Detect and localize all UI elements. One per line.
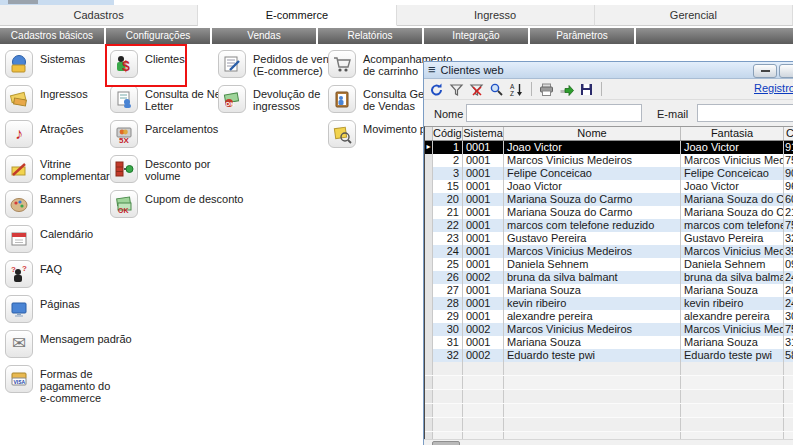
cell-codigo[interactable]: 27	[433, 284, 463, 297]
cell-sistema[interactable]: 0001	[463, 245, 504, 258]
menu-item-calendario[interactable]: Calendário	[5, 225, 132, 260]
window-titlebar[interactable]: ≡ Clientes web	[424, 62, 793, 79]
row-selector-gutter[interactable]	[425, 349, 433, 362]
row-selector-gutter[interactable]	[425, 284, 433, 297]
subtab-cadastros-basicos[interactable]: Cadastros básicos	[0, 28, 104, 44]
cell-cpf[interactable]: 75	[784, 219, 793, 232]
cell-fantasia[interactable]	[681, 362, 784, 375]
cell-nome[interactable]: Mariana Souza do Carmo	[504, 206, 681, 219]
table-row[interactable]: 28 0001 kevin ribeiro kevin ribeiro 24	[425, 297, 793, 310]
cell-sistema[interactable]: 0001	[463, 141, 504, 154]
cell-codigo[interactable]: 28	[433, 297, 463, 310]
row-selector-gutter[interactable]	[425, 232, 433, 245]
cell-cpf[interactable]	[784, 376, 793, 389]
subtab-vendas[interactable]: Vendas	[212, 28, 316, 44]
table-row[interactable]: 32 0002 Eduardo teste pwi Eduardo teste …	[425, 349, 793, 362]
table-row[interactable]: 20 0001 Mariana Souza do Carmo Mariana S…	[425, 193, 793, 206]
subtab-parametros[interactable]: Parâmetros	[530, 28, 634, 44]
table-row[interactable]: 24 0001 Marcos Vinicius Medeiros Marcos …	[425, 245, 793, 258]
table-row[interactable]: 25 0001 Daniela Sehnem Daniela Sehnem 09	[425, 258, 793, 271]
row-selector-gutter[interactable]	[425, 258, 433, 271]
cell-fantasia[interactable]: Joao Victor	[681, 141, 784, 154]
cell-codigo[interactable]: 21	[433, 206, 463, 219]
cell-nome[interactable]: Felipe Conceicao	[504, 167, 681, 180]
cell-sistema[interactable]: 0001	[463, 167, 504, 180]
menu-item-formas-pagamento[interactable]: VISA Formas de pagamento do e-commerce	[5, 365, 132, 400]
cell-sistema[interactable]: 0001	[463, 180, 504, 193]
row-selector-gutter[interactable]	[425, 432, 433, 439]
cell-sistema[interactable]: 0001	[463, 219, 504, 232]
cell-nome[interactable]: Eduardo teste pwi	[504, 349, 681, 362]
cell-nome[interactable]: Joao Victor	[504, 141, 681, 154]
cell-sistema[interactable]	[463, 376, 504, 389]
cell-nome[interactable]: Joao Victor	[504, 180, 681, 193]
cell-nome[interactable]	[504, 376, 681, 389]
cell-fantasia[interactable]: Felipe Conceicao	[681, 167, 784, 180]
grid-header-sistema[interactable]: Sistema	[463, 127, 504, 140]
cell-codigo[interactable]: 32	[433, 349, 463, 362]
cell-sistema[interactable]	[463, 404, 504, 417]
table-row[interactable]: 23 0001 Gustavo Pereira Gustavo Pereira …	[425, 232, 793, 245]
row-selector-gutter[interactable]	[425, 193, 433, 206]
cell-fantasia[interactable]: Eduardo teste pwi	[681, 349, 784, 362]
cell-cpf[interactable]	[784, 362, 793, 375]
cell-codigo[interactable]	[433, 432, 463, 439]
cell-codigo[interactable]: 3	[433, 167, 463, 180]
cell-fantasia[interactable]: kevin ribeiro	[681, 297, 784, 310]
cell-fantasia[interactable]: Joao Victor	[681, 180, 784, 193]
menu-item-parcelamentos[interactable]: 5X Parcelamentos	[110, 120, 243, 155]
cell-sistema[interactable]	[463, 432, 504, 439]
cell-nome[interactable]: Marcos Vinicius Medeiros	[504, 323, 681, 336]
cell-cpf[interactable]	[784, 432, 793, 439]
cell-codigo[interactable]: 1	[433, 141, 463, 154]
cell-fantasia[interactable]: alexandre pereira	[681, 310, 784, 323]
cell-cpf[interactable]	[784, 418, 793, 431]
cell-cpf[interactable]: 58	[784, 349, 793, 362]
cell-codigo[interactable]: 23	[433, 232, 463, 245]
tab-gerencial[interactable]: Gerencial	[595, 5, 793, 26]
row-selector-gutter[interactable]	[425, 390, 433, 403]
cell-codigo[interactable]: 30	[433, 323, 463, 336]
cell-nome[interactable]: Marcos Vinicius Medeiros	[504, 245, 681, 258]
cell-cpf[interactable]: 31	[784, 336, 793, 349]
cell-nome[interactable]: Mariana Souza	[504, 336, 681, 349]
horizontal-scrollbar-thumb[interactable]	[432, 441, 460, 445]
cell-codigo[interactable]: 20	[433, 193, 463, 206]
row-selector-gutter[interactable]	[425, 310, 433, 323]
row-selector-gutter[interactable]	[425, 418, 433, 431]
cell-fantasia[interactable]: Daniela Sehnem	[681, 258, 784, 271]
table-row[interactable]: 27 0001 Mariana Souza Mariana Souza 26	[425, 284, 793, 297]
clear-filter-button[interactable]	[468, 81, 485, 97]
cell-sistema[interactable]: 0001	[463, 206, 504, 219]
cell-cpf[interactable]: 26	[784, 284, 793, 297]
tab-cadastros[interactable]: Cadastros	[0, 5, 198, 26]
cell-fantasia[interactable]: Marcos Vinicius Medeiros	[681, 323, 784, 336]
table-row[interactable]	[425, 404, 793, 418]
cell-fantasia[interactable]: bruna da silva balmant	[681, 271, 784, 284]
cell-nome[interactable]: kevin ribeiro	[504, 297, 681, 310]
table-row[interactable]: 2 0001 Marcos Vinicius Medeiros Marcos V…	[425, 154, 793, 167]
refresh-button[interactable]	[428, 81, 445, 97]
table-row[interactable]: 22 0001 marcos com telefone reduzido mar…	[425, 219, 793, 232]
cell-cpf[interactable]	[784, 404, 793, 417]
cell-fantasia[interactable]: Mariana Souza do Carmo	[681, 193, 784, 206]
save-button[interactable]	[578, 81, 595, 97]
cell-codigo[interactable]: 29	[433, 310, 463, 323]
row-selector-gutter[interactable]: ▸	[425, 141, 433, 154]
preview-button[interactable]	[558, 81, 575, 97]
cell-sistema[interactable]: 0002	[463, 349, 504, 362]
cell-fantasia[interactable]: Marcos Vinicius Medeiros	[681, 154, 784, 167]
cell-cpf[interactable]: 96	[784, 180, 793, 193]
cell-sistema[interactable]: 0002	[463, 271, 504, 284]
cell-codigo[interactable]	[433, 390, 463, 403]
subtab-relatorios[interactable]: Relatórios	[318, 28, 422, 44]
cell-codigo[interactable]: 31	[433, 336, 463, 349]
cell-nome[interactable]: bruna da silva balmant	[504, 271, 681, 284]
menu-item-pedidos-venda[interactable]: Pedidos de venda (E-commerce)	[218, 50, 341, 85]
cell-fantasia[interactable]: Mariana Souza	[681, 284, 784, 297]
table-row[interactable]	[425, 376, 793, 390]
table-row[interactable]: 31 0001 Mariana Souza Mariana Souza 31	[425, 336, 793, 349]
cell-cpf[interactable]	[784, 390, 793, 403]
cell-codigo[interactable]: 26	[433, 271, 463, 284]
cell-cpf[interactable]: 32	[784, 232, 793, 245]
